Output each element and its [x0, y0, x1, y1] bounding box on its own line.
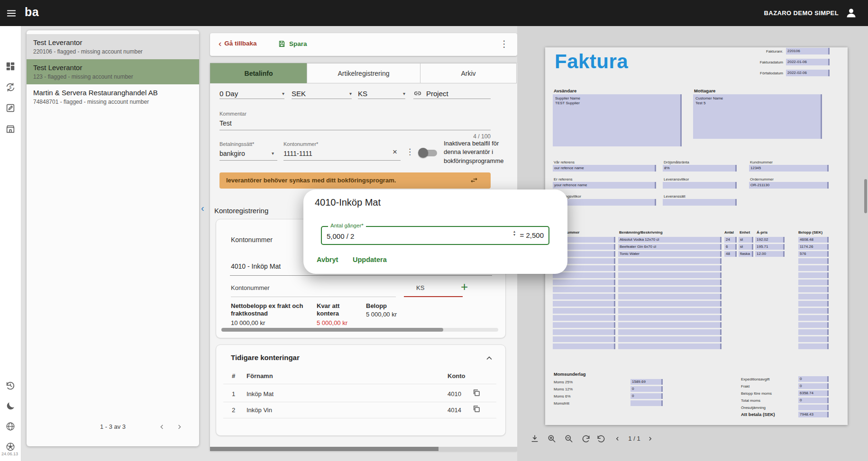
payment-method-select[interactable]: bankgiro [219, 150, 245, 157]
ref-field[interactable] [663, 199, 737, 206]
invoice-cell[interactable] [618, 322, 722, 328]
stepper-down-icon[interactable]: ▾ [513, 233, 515, 236]
card-hscroll-thumb[interactable] [221, 328, 443, 332]
invoice-cell[interactable] [618, 265, 722, 271]
invoice-cell[interactable] [553, 287, 615, 292]
pagination-next-icon[interactable] [175, 423, 183, 431]
due-date-field[interactable]: 2022-02-06 [786, 70, 830, 76]
viewer-vscroll-thumb[interactable] [864, 179, 867, 213]
zoom-out-icon[interactable] [564, 434, 574, 443]
disable-payment-file-toggle[interactable] [419, 150, 437, 156]
hamburger-menu-icon[interactable] [6, 8, 17, 18]
account-select[interactable]: 4010 - Inköp Mat [231, 262, 281, 270]
account-more-menu-icon[interactable]: ⋮ [406, 147, 414, 157]
invoice-cell[interactable] [798, 287, 829, 292]
ref-field[interactable]: 8% [663, 165, 737, 172]
save-button[interactable]: Spara [278, 40, 307, 48]
copy-icon[interactable] [472, 389, 481, 397]
vat-field[interactable]: 0 [630, 393, 663, 399]
update-button[interactable]: Uppdatera [347, 252, 393, 267]
zoom-in-icon[interactable] [547, 434, 557, 443]
invoice-cell[interactable]: st [739, 244, 753, 250]
tab-arkiv[interactable]: Arkiv [420, 63, 517, 83]
dashboard-icon[interactable] [5, 61, 16, 72]
invoice-cell[interactable]: flaska [739, 251, 753, 257]
ref-field[interactable]: our refence name [553, 165, 656, 172]
invoice-cell[interactable] [798, 322, 829, 328]
invoice-cell[interactable]: Absolut Vodka 12x70 cl [618, 237, 722, 243]
invoice-cell[interactable] [618, 287, 722, 292]
invoice-cell[interactable] [618, 272, 722, 278]
sports-ball-icon[interactable] [5, 442, 16, 452]
ref-field[interactable]: 12345 [749, 165, 829, 172]
cancel-button[interactable]: Avbryt [311, 252, 344, 267]
currency-exchange-icon[interactable]: $ [5, 82, 16, 92]
product-registration-icon[interactable] [5, 103, 16, 113]
vat-field[interactable]: 0 [630, 386, 663, 392]
times-input[interactable] [326, 227, 493, 244]
invoice-cell[interactable]: 24 [724, 237, 737, 243]
currency-select[interactable]: SEK▾ [292, 88, 352, 99]
invoice-cell[interactable]: 576 [798, 251, 829, 257]
invoice-cell[interactable] [618, 336, 722, 342]
invoice-cell[interactable] [553, 280, 615, 285]
invoice-cell[interactable] [553, 343, 615, 349]
invoice-cell[interactable] [618, 280, 722, 285]
ref-field[interactable]: OR-211130 [749, 182, 829, 189]
copy-icon[interactable] [472, 405, 481, 413]
invoice-cell[interactable] [798, 336, 829, 342]
total-field[interactable]: 0 [798, 383, 829, 389]
invoice-cell[interactable] [553, 336, 615, 342]
account-number-field[interactable]: 1111-1111 [283, 150, 312, 157]
invoice-cell[interactable] [798, 315, 829, 321]
sender-field[interactable]: Supplier Name TEST Supplier [553, 94, 682, 146]
amount-due-field[interactable]: 7948.43 [798, 412, 829, 417]
invoice-cell[interactable] [618, 258, 722, 264]
total-field[interactable] [798, 405, 829, 410]
page-next-icon[interactable] [647, 435, 653, 442]
invoice-cell[interactable] [798, 265, 829, 271]
collapse-panel-chevron[interactable]: ‹ [201, 203, 204, 214]
ref-field[interactable] [663, 182, 737, 189]
store-icon[interactable] [5, 124, 16, 134]
invoice-cell[interactable] [798, 343, 829, 349]
invoice-cell[interactable] [553, 322, 615, 328]
invoice-cell[interactable] [618, 315, 722, 321]
invoice-cell[interactable]: st [739, 237, 753, 243]
payment-term-select[interactable]: 0 Day▾ [219, 88, 284, 99]
add-row-button[interactable]: + [461, 280, 468, 294]
toolbar-more-menu-icon[interactable]: ⋮ [500, 38, 509, 49]
vat-field[interactable]: 1589.69 [630, 379, 663, 385]
invoice-cell[interactable] [798, 280, 829, 285]
invoice-cell[interactable] [553, 315, 615, 321]
invoice-cell[interactable] [798, 329, 829, 335]
invoice-cell[interactable]: Tonic Water [618, 251, 722, 257]
invoice-cell[interactable] [553, 308, 615, 314]
invoice-cell[interactable] [798, 294, 829, 299]
supplier-list-item[interactable]: Test Leverantor 220106 - flagged - missi… [27, 34, 199, 59]
invoice-cell[interactable] [798, 258, 829, 264]
invoice-cell[interactable]: Beefeater Gin 6x70 cl [618, 244, 722, 250]
recipient-field[interactable]: Customer Name Test 5 [693, 94, 822, 139]
invoice-cell[interactable] [798, 301, 829, 307]
vat-field[interactable] [630, 400, 663, 406]
pagination-prev-icon[interactable] [158, 423, 166, 431]
invoice-cell[interactable]: 195.71 [755, 244, 785, 250]
invoice-cell[interactable]: 12.00 [755, 251, 785, 257]
invoice-cell[interactable] [618, 343, 722, 349]
invoice-cell[interactable]: 6 [724, 244, 737, 250]
invoice-date-field[interactable]: 2022-01-06 [786, 59, 830, 65]
back-button[interactable]: ‹ Gå tillbaka [219, 40, 257, 47]
project-select[interactable]: Project [413, 88, 491, 99]
total-field[interactable]: 0 [798, 398, 829, 403]
ref-field[interactable] [553, 199, 656, 206]
undo-rotate-icon[interactable] [596, 434, 606, 443]
account-circle-icon[interactable] [845, 7, 858, 19]
invoice-cell[interactable]: 1174.26 [798, 244, 829, 250]
invoice-cell[interactable]: 4608.48 [798, 237, 829, 243]
page-prev-icon[interactable] [614, 435, 621, 442]
invoice-cell[interactable] [618, 301, 722, 307]
total-field[interactable]: 0 [798, 376, 829, 382]
invoice-cell[interactable] [553, 294, 615, 299]
history-icon[interactable] [5, 380, 16, 391]
